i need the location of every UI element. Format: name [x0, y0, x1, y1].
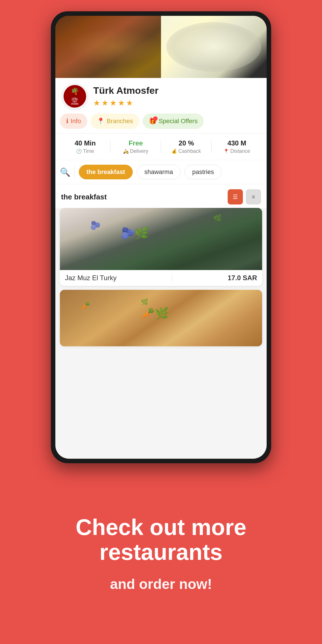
- tab-branches[interactable]: 📍 Branches: [91, 114, 139, 129]
- category-bar: 🔍 the breakfast shawarma pastries: [55, 160, 267, 184]
- restaurant-name: Türk Atmosfer: [93, 85, 260, 96]
- stat-time: 40 Min 🕐 Time: [60, 139, 110, 154]
- tab-info[interactable]: ℹ Info: [60, 114, 87, 129]
- special-offers-badge: [153, 116, 158, 121]
- nav-tabs: ℹ Info 📍 Branches 🎁 Special Offers: [55, 114, 267, 134]
- category-divider: [74, 166, 75, 178]
- view-grid-button[interactable]: ☰: [228, 189, 243, 204]
- category-pill-pastries[interactable]: pastries: [184, 165, 221, 179]
- distance-icon: 📍: [223, 149, 229, 154]
- star-2: ★: [101, 98, 108, 108]
- food-card-price-divider-1: [172, 275, 172, 281]
- stat-distance-label: 📍 Distance: [212, 148, 262, 154]
- food-card-info-1: Jaz Muz El Turky 17.0 SAR: [60, 270, 262, 286]
- food-cards-container: 🫐 🌿 Jaz Muz El Turky 17.0 SAR 🥕 🌿: [55, 208, 267, 459]
- hero-food-image: [55, 16, 267, 78]
- star-rating: ★ ★ ★ ★ ★: [93, 98, 260, 108]
- section-title: the breakfast: [61, 193, 107, 201]
- star-1: ★: [93, 98, 100, 108]
- info-icon: ℹ: [66, 118, 68, 125]
- logo-text: مطاعمأجواءAtmosfer: [71, 97, 78, 105]
- food-image-2: 🥕 🌿: [60, 290, 262, 346]
- hero-food-left: [55, 16, 171, 78]
- food-img-overlay: [60, 208, 262, 270]
- view-toggle: ☰ ≡: [228, 189, 261, 204]
- food-image-jaz-muz: 🫐 🌿: [60, 208, 262, 270]
- cta-title: Check out morerestaurants: [76, 515, 247, 565]
- delivery-icon: 🛵: [123, 149, 129, 154]
- branches-icon-wrapper: 📍: [97, 118, 105, 125]
- cta-section: Check out morerestaurants and order now!: [64, 463, 258, 644]
- stat-cashback: 20 % 💰 Cashback: [161, 139, 212, 154]
- star-3: ★: [110, 98, 117, 108]
- stat-delivery-label: 🛵 Delivery: [110, 148, 161, 154]
- section-header: the breakfast ☰ ≡: [55, 184, 267, 208]
- stat-time-value: 40 Min: [60, 139, 110, 147]
- search-icon[interactable]: 🔍: [60, 167, 70, 177]
- phone-frame: 🌴 مطاعمأجواءAtmosfer Türk Atmosfer ★ ★ ★…: [51, 11, 271, 463]
- food-carrot-icon: 🥕: [80, 301, 90, 310]
- stat-time-label: 🕐 Time: [60, 148, 110, 154]
- cta-subtitle: and order now!: [110, 576, 212, 592]
- category-pill-shawarma[interactable]: shawarma: [137, 165, 180, 179]
- logo-inner: 🌴 مطاعمأجواءAtmosfer: [64, 85, 86, 108]
- logo-palm-icon: 🌴: [71, 88, 79, 95]
- restaurant-details: Türk Atmosfer ★ ★ ★ ★ ★: [93, 85, 260, 108]
- star-4: ★: [118, 98, 125, 108]
- tab-special-offers-label: Special Offers: [159, 118, 198, 125]
- view-list-button[interactable]: ≡: [246, 189, 261, 204]
- cashback-icon: 💰: [171, 149, 177, 154]
- special-offers-icon-wrapper: 🎁: [149, 118, 156, 125]
- food-card-1[interactable]: 🫐 🌿 Jaz Muz El Turky 17.0 SAR: [60, 208, 262, 286]
- stats-row: 40 Min 🕐 Time Free 🛵 Delivery 20 % 💰 Cas…: [55, 134, 267, 160]
- tab-branches-label: Branches: [107, 118, 133, 125]
- tab-special-offers[interactable]: 🎁 Special Offers: [143, 114, 204, 129]
- food-card-name-1: Jaz Muz El Turky: [65, 274, 117, 282]
- info-icon-wrapper: ℹ: [66, 118, 68, 125]
- food-garnish-icon: 🫐: [90, 220, 101, 230]
- food-card-price-1: 17.0 SAR: [228, 274, 257, 282]
- restaurant-logo: 🌴 مطاعمأجواءAtmosfer: [62, 84, 88, 109]
- stat-distance-value: 430 M: [212, 139, 262, 147]
- stat-cashback-value: 20 %: [161, 139, 212, 147]
- hero-food-right: [161, 16, 267, 78]
- phone-screen: 🌴 مطاعمأجواءAtmosfer Türk Atmosfer ★ ★ ★…: [55, 16, 267, 459]
- grid-icon: ☰: [233, 193, 238, 200]
- list-icon: ≡: [252, 194, 255, 200]
- food-herb-icon-2: 🌿: [141, 298, 148, 306]
- stat-delivery: Free 🛵 Delivery: [110, 139, 161, 154]
- clock-icon: 🕐: [76, 149, 82, 154]
- category-pill-breakfast[interactable]: the breakfast: [79, 165, 133, 179]
- tab-info-label: Info: [71, 118, 81, 125]
- restaurant-info: 🌴 مطاعمأجواءAtmosfer Türk Atmosfer ★ ★ ★…: [55, 78, 267, 114]
- stat-delivery-value: Free: [110, 139, 161, 147]
- food-card-2[interactable]: 🥕 🌿: [60, 290, 262, 346]
- star-5: ★: [126, 98, 133, 108]
- location-icon: 📍: [97, 118, 105, 125]
- food-herb-icon: 🌿: [213, 214, 222, 222]
- stat-distance: 430 M 📍 Distance: [212, 139, 262, 154]
- food-img-overlay-2: [60, 290, 262, 346]
- stat-cashback-label: 💰 Cashback: [161, 148, 212, 154]
